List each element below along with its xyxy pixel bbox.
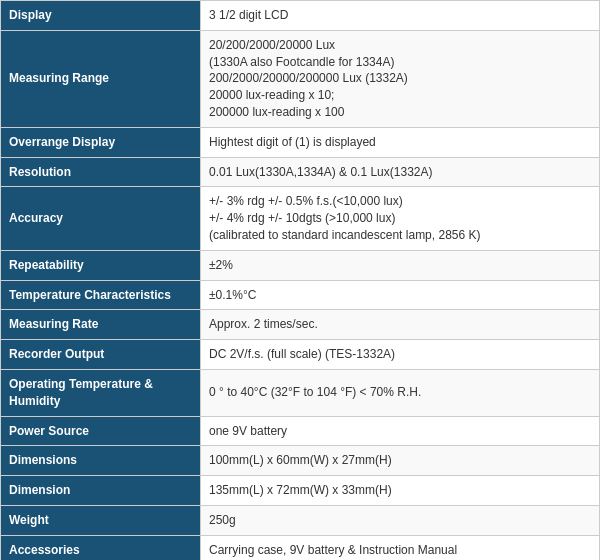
spec-value: 0 ° to 40°C (32°F to 104 °F) < 70% R.H. (201, 369, 600, 416)
spec-label: Measuring Rate (1, 310, 201, 340)
table-row: Temperature Characteristics±0.1%°C (1, 280, 600, 310)
spec-value: ±0.1%°C (201, 280, 600, 310)
table-row: Power Sourceone 9V battery (1, 416, 600, 446)
spec-value: 250g (201, 505, 600, 535)
specs-table: Display3 1/2 digit LCDMeasuring Range20/… (0, 0, 600, 560)
spec-label: Display (1, 1, 201, 31)
spec-value: 135mm(L) x 72mm(W) x 33mm(H) (201, 476, 600, 506)
spec-value: one 9V battery (201, 416, 600, 446)
table-row: AccessoriesCarrying case, 9V battery & I… (1, 535, 600, 560)
spec-value: Approx. 2 times/sec. (201, 310, 600, 340)
spec-value: ±2% (201, 250, 600, 280)
spec-label: Weight (1, 505, 201, 535)
spec-label: Power Source (1, 416, 201, 446)
spec-value: DC 2V/f.s. (full scale) (TES-1332A) (201, 340, 600, 370)
spec-value: 100mm(L) x 60mm(W) x 27mm(H) (201, 446, 600, 476)
spec-label: Accessories (1, 535, 201, 560)
spec-label: Dimension (1, 476, 201, 506)
table-row: Measuring Range20/200/2000/20000 Lux(133… (1, 30, 600, 127)
spec-label: Temperature Characteristics (1, 280, 201, 310)
spec-value: Carrying case, 9V battery & Instruction … (201, 535, 600, 560)
spec-label: Resolution (1, 157, 201, 187)
table-row: Accuracy+/- 3% rdg +/- 0.5% f.s.(<10,000… (1, 187, 600, 250)
spec-value: 0.01 Lux(1330A,1334A) & 0.1 Lux(1332A) (201, 157, 600, 187)
spec-value: 3 1/2 digit LCD (201, 1, 600, 31)
spec-label: Repeatability (1, 250, 201, 280)
table-row: Weight250g (1, 505, 600, 535)
spec-label: Accuracy (1, 187, 201, 250)
table-row: Dimension135mm(L) x 72mm(W) x 33mm(H) (1, 476, 600, 506)
table-row: Repeatability±2% (1, 250, 600, 280)
spec-label: Operating Temperature & Humidity (1, 369, 201, 416)
table-row: Resolution0.01 Lux(1330A,1334A) & 0.1 Lu… (1, 157, 600, 187)
table-row: Recorder OutputDC 2V/f.s. (full scale) (… (1, 340, 600, 370)
table-row: Display3 1/2 digit LCD (1, 1, 600, 31)
table-row: Overrange DisplayHightest digit of (1) i… (1, 127, 600, 157)
spec-label: Dimensions (1, 446, 201, 476)
spec-label: Overrange Display (1, 127, 201, 157)
spec-value: 20/200/2000/20000 Lux(1330A also Footcan… (201, 30, 600, 127)
table-row: Measuring RateApprox. 2 times/sec. (1, 310, 600, 340)
spec-label: Measuring Range (1, 30, 201, 127)
table-row: Operating Temperature & Humidity0 ° to 4… (1, 369, 600, 416)
spec-value: Hightest digit of (1) is displayed (201, 127, 600, 157)
spec-label: Recorder Output (1, 340, 201, 370)
table-row: Dimensions100mm(L) x 60mm(W) x 27mm(H) (1, 446, 600, 476)
spec-value: +/- 3% rdg +/- 0.5% f.s.(<10,000 lux)+/-… (201, 187, 600, 250)
